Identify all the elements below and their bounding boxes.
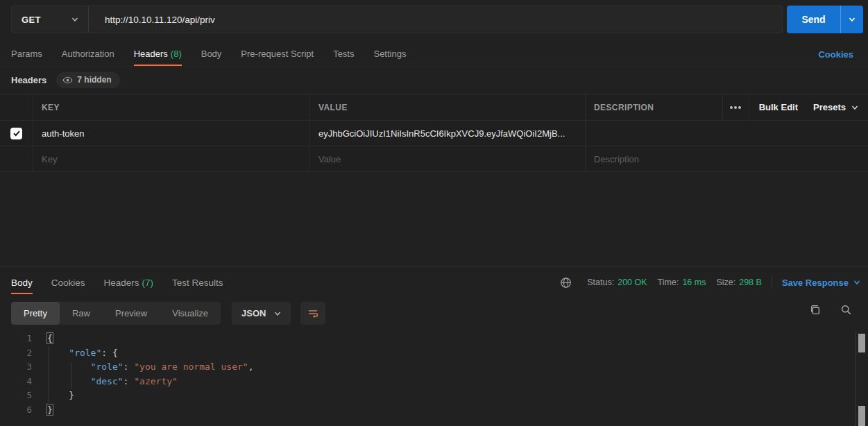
line-number: 1 <box>0 332 32 346</box>
new-key-input[interactable]: Key <box>33 146 309 171</box>
copy-icon[interactable] <box>809 304 821 316</box>
tab-settings[interactable]: Settings <box>373 42 406 67</box>
chevron-down-icon <box>851 104 858 111</box>
select-all-cell <box>0 94 33 120</box>
headers-table-header: KEY VALUE DESCRIPTION Bulk Edit Presets <box>0 94 868 120</box>
response-tab-test-results[interactable]: Test Results <box>172 269 223 296</box>
line-number: 4 <box>0 375 32 389</box>
line-number: 5 <box>0 389 32 403</box>
presets-dropdown[interactable]: Presets <box>808 94 868 120</box>
response-body-editor[interactable]: 1{2 "role": {3 "role": "you are normal u… <box>0 332 868 426</box>
view-mode-segmented-control: PrettyRawPreviewVisualize <box>11 302 221 325</box>
tab-params[interactable]: Params <box>11 42 42 67</box>
headers-subheader: Headers 7 hidden <box>11 71 120 89</box>
code-line: 6} <box>0 403 868 418</box>
new-description-input[interactable]: Description <box>585 146 868 171</box>
code-line: 1{ <box>0 332 868 346</box>
scrollbar-thumb[interactable] <box>858 334 865 352</box>
response-divider <box>0 266 868 267</box>
view-tab-raw[interactable]: Raw <box>60 302 103 325</box>
response-action-icons <box>809 304 852 316</box>
scrollbar-thumb[interactable] <box>858 406 865 426</box>
cookies-link[interactable]: Cookies <box>818 42 853 67</box>
view-tab-visualize[interactable]: Visualize <box>160 302 221 325</box>
header-row: auth-token eyJhbGciOiJIUzI1NiIsInR5cCI6I… <box>0 120 868 146</box>
response-meta: Status:200 OKTime:16 msSize:298 B Save R… <box>560 269 860 296</box>
chevron-down-icon <box>274 310 281 317</box>
chevron-down-icon <box>71 16 78 23</box>
line-number: 3 <box>0 360 32 375</box>
header-key-cell[interactable]: auth-token <box>33 121 309 146</box>
headers-title: Headers <box>11 75 46 85</box>
response-tab-cookies[interactable]: Cookies <box>51 269 85 296</box>
description-column-header: DESCRIPTION Bulk Edit Presets <box>585 94 868 120</box>
search-icon[interactable] <box>840 304 852 316</box>
postman-app: GET Send ParamsAuthorizationHeaders(8)Bo… <box>0 0 868 426</box>
send-options-button[interactable] <box>840 6 863 33</box>
tab-count-badge: (7) <box>142 278 154 288</box>
request-tabs: ParamsAuthorizationHeaders(8)BodyPre-req… <box>0 42 868 67</box>
send-button[interactable]: Send <box>787 6 840 33</box>
response-view-bar: PrettyRawPreviewVisualize JSON <box>11 302 325 325</box>
row-checkbox[interactable] <box>10 128 22 139</box>
header-description-cell[interactable] <box>585 121 868 146</box>
format-dropdown[interactable]: JSON <box>232 302 291 325</box>
line-number: 2 <box>0 346 32 361</box>
eye-icon <box>62 75 73 85</box>
indent-guide <box>49 346 49 403</box>
response-tab-headers[interactable]: Headers(7) <box>104 269 154 296</box>
time-indicator: Time:16 ms <box>658 278 706 287</box>
word-wrap-icon <box>307 308 318 319</box>
tab-count-badge: (8) <box>171 49 182 59</box>
method-select[interactable]: GET <box>12 6 89 33</box>
code-line: 5 } <box>0 389 868 403</box>
status-indicator: Status:200 OK <box>587 278 647 287</box>
chevron-down-icon <box>853 279 860 286</box>
method-label: GET <box>22 15 41 25</box>
tab-body[interactable]: Body <box>201 42 222 67</box>
code-line: 3 "role": "you are normal user", <box>0 360 868 375</box>
header-value-cell[interactable]: eyJhbGciOiJIUzI1NiIsInR5cCI6IkpXVCJ9.eyJ… <box>309 121 585 146</box>
globe-icon[interactable] <box>560 277 572 289</box>
size-indicator: Size:298 B <box>716 278 761 287</box>
key-column-header: KEY <box>33 94 309 120</box>
tab-headers[interactable]: Headers(8) <box>134 42 182 67</box>
line-number: 6 <box>0 403 32 418</box>
chevron-down-icon <box>849 16 856 23</box>
scrollbar-track <box>856 332 856 426</box>
bulk-edit-button[interactable]: Bulk Edit <box>749 94 808 120</box>
response-tab-body[interactable]: Body <box>11 269 33 296</box>
tab-authorization[interactable]: Authorization <box>62 42 114 67</box>
view-tab-preview[interactable]: Preview <box>103 302 160 325</box>
url-input[interactable] <box>89 15 782 25</box>
view-tab-pretty[interactable]: Pretty <box>11 302 60 325</box>
tab-tests[interactable]: Tests <box>333 42 354 67</box>
save-response-dropdown[interactable]: Save Response <box>782 278 860 288</box>
code-line: 4 "desc": "azerty" <box>0 375 868 389</box>
indent-guide <box>71 362 71 389</box>
send-button-group: Send <box>787 6 863 33</box>
new-header-row: Key Value Description <box>0 146 868 171</box>
request-url-bar: GET <box>11 6 783 33</box>
more-options-icon[interactable] <box>723 94 749 120</box>
word-wrap-button[interactable] <box>300 302 325 325</box>
code-line: 2 "role": { <box>0 346 868 361</box>
value-column-header: VALUE <box>309 94 585 120</box>
hidden-headers-count: 7 hidden <box>77 75 111 85</box>
tab-pre-request-script[interactable]: Pre-request Script <box>241 42 314 67</box>
new-value-input[interactable]: Value <box>309 146 585 171</box>
hidden-headers-toggle[interactable]: 7 hidden <box>56 72 119 88</box>
headers-table: KEY VALUE DESCRIPTION Bulk Edit Presets <box>0 94 868 172</box>
